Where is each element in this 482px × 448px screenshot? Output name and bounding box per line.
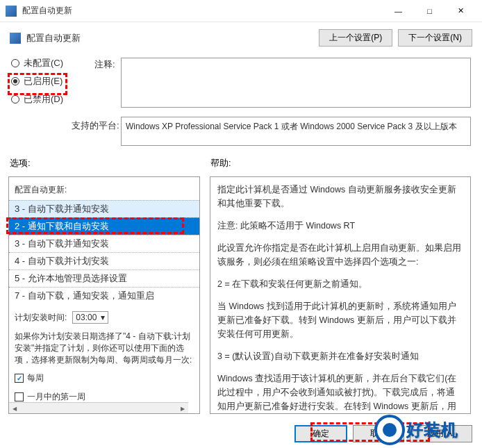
app-icon bbox=[6, 6, 17, 17]
radio-icon bbox=[11, 95, 19, 103]
radio-icon bbox=[11, 59, 19, 67]
dropdown-item[interactable]: 4 - 自动下载并计划安装 bbox=[9, 252, 199, 269]
checkbox-label: 每周 bbox=[27, 372, 44, 384]
checkbox-icon bbox=[15, 374, 24, 383]
schedule-time-select[interactable]: 03:00 ▾ bbox=[72, 311, 108, 324]
schedule-time-label: 计划安装时间: bbox=[15, 312, 67, 324]
ok-button[interactable]: 确定 bbox=[294, 425, 347, 442]
supported-platform-box: Windows XP Professional Service Pack 1 或… bbox=[121, 117, 471, 146]
radio-label: 已启用(E) bbox=[24, 75, 63, 88]
horizontal-scrollbar[interactable]: ◀ ▶ bbox=[9, 402, 188, 413]
schedule-description: 如果你为计划安装日期选择了"4 - 自动下载:计划安装"并指定了计划，则你还可以… bbox=[15, 331, 194, 365]
scroll-right-icon[interactable]: ▶ bbox=[177, 403, 188, 414]
dropdown-item[interactable]: 7 - 自动下载，通知安装，通知重启 bbox=[9, 287, 199, 304]
window-title: 配置自动更新 bbox=[22, 5, 383, 17]
help-text: 2 = 在下载和安装任何更新之前通知。 bbox=[217, 277, 463, 291]
next-setting-button[interactable]: 下一个设置(N) bbox=[398, 29, 472, 47]
help-text: 当 Windows 找到适用于此计算机的更新时，系统将通知用户更新已准备好下载。… bbox=[217, 299, 463, 341]
close-button[interactable]: ✕ bbox=[445, 1, 476, 22]
dropdown-item[interactable]: 2 - 通知下载和自动安装 bbox=[9, 217, 199, 235]
header: 配置自动更新 上一个设置(P) 下一个设置(N) bbox=[0, 22, 482, 53]
configure-updates-label: 配置自动更新: bbox=[15, 184, 194, 196]
dropdown-item[interactable]: 5 - 允许本地管理员选择设置 bbox=[9, 269, 199, 287]
chevron-down-icon: ▾ bbox=[101, 313, 105, 322]
help-text: Windows 查找适用于该计算机的更新，并在后台下载它们(在此过程中，用户不会… bbox=[217, 372, 463, 414]
policy-title: 配置自动更新 bbox=[26, 32, 319, 44]
previous-setting-button[interactable]: 上一个设置(P) bbox=[319, 29, 392, 47]
watermark-text: 好装机 bbox=[406, 419, 458, 441]
options-label: 选项: bbox=[10, 157, 31, 169]
help-text: 注意: 此策略不适用于 Windows RT bbox=[217, 219, 463, 233]
help-text: 3 = (默认设置)自动下载更新并在准备好安装时通知 bbox=[217, 349, 463, 363]
radio-enabled[interactable]: 已启用(E) bbox=[11, 75, 63, 88]
watermark: 好装机 bbox=[374, 412, 482, 448]
minimize-button[interactable]: — bbox=[383, 1, 414, 22]
help-label: 帮助: bbox=[210, 157, 231, 169]
help-text: 指定此计算机是否通过 Windows 自动更新服务接收安全更新和其他重要下载。 bbox=[217, 183, 463, 210]
comment-textarea[interactable] bbox=[121, 58, 471, 108]
watermark-logo-icon bbox=[374, 415, 405, 445]
radio-label: 未配置(C) bbox=[24, 57, 63, 69]
help-text: 此设置允许你指定是否在此计算机上启用自动更新。如果启用该服务，则必须在组策略设置… bbox=[217, 241, 463, 269]
checkbox-label: 一月中的第一周 bbox=[27, 391, 85, 403]
scroll-left-icon[interactable]: ◀ bbox=[9, 403, 20, 414]
help-panel: 指定此计算机是否通过 Windows 自动更新服务接收安全更新和其他重要下载。 … bbox=[210, 176, 471, 414]
radio-not-configured[interactable]: 未配置(C) bbox=[11, 57, 63, 69]
radio-icon bbox=[11, 77, 19, 85]
time-value: 03:00 bbox=[76, 313, 97, 322]
checkbox-weekly[interactable]: 每周 bbox=[15, 372, 194, 384]
titlebar: 配置自动更新 — □ ✕ bbox=[0, 0, 482, 22]
dropdown-item[interactable]: 3 - 自动下载并通知安装 bbox=[9, 200, 199, 217]
maximize-button[interactable]: □ bbox=[414, 1, 445, 22]
checkbox-icon bbox=[15, 392, 24, 401]
policy-icon bbox=[10, 33, 21, 44]
checkbox-first-week[interactable]: 一月中的第一周 bbox=[15, 391, 194, 403]
options-panel: 配置自动更新: 3 - 自动下载并通知安装 2 - 通知下载和自动安装 3 - … bbox=[8, 176, 200, 414]
dropdown-item[interactable]: 3 - 自动下载并通知安装 bbox=[9, 235, 199, 252]
radio-label: 已禁用(D) bbox=[24, 93, 63, 106]
platform-text: Windows XP Professional Service Pack 1 或… bbox=[126, 122, 457, 131]
radio-disabled[interactable]: 已禁用(D) bbox=[11, 93, 63, 106]
platform-label: 支持的平台: bbox=[72, 119, 119, 132]
update-mode-dropdown-list[interactable]: 3 - 自动下载并通知安装 2 - 通知下载和自动安装 3 - 自动下载并通知安… bbox=[9, 200, 199, 304]
state-radio-group: 未配置(C) 已启用(E) 已禁用(D) bbox=[11, 57, 63, 111]
comment-label: 注释: bbox=[94, 58, 115, 71]
